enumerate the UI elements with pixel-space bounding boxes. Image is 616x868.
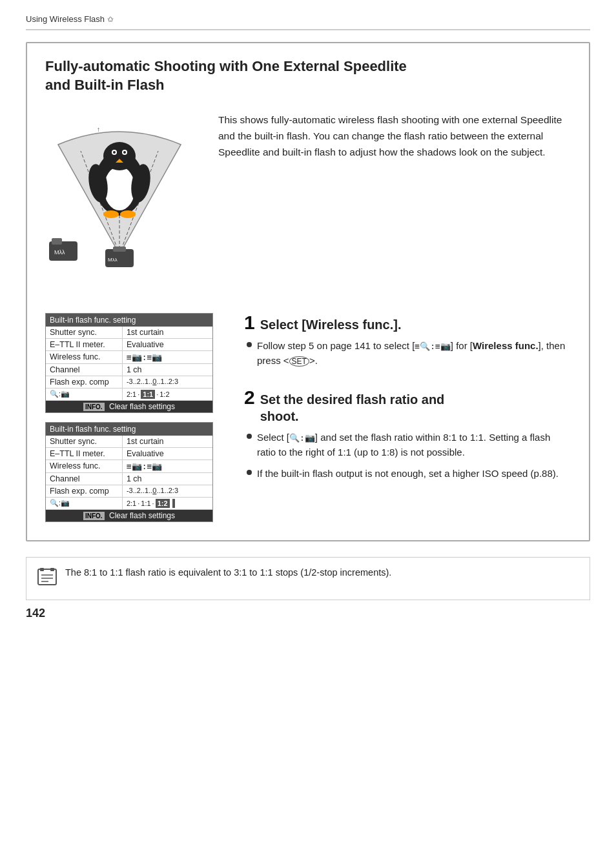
svg-text:↑: ↑	[97, 126, 100, 133]
table-row: E–TTL II meter. Evaluative	[46, 339, 212, 351]
table-cell-label: E–TTL II meter.	[46, 448, 122, 459]
steps-area: Built-in flash func. setting Shutter syn…	[45, 313, 571, 522]
note-icon-svg	[37, 567, 57, 587]
table-row: Channel 1 ch	[46, 473, 212, 485]
breadcrumb-text: Using Wireless Flash	[26, 14, 105, 24]
table-cell-label: Wireless func.	[46, 351, 122, 363]
table-row: Wireless func. ≡📷:≡📷	[46, 460, 212, 473]
diagram-area: Mλλ Mλλ ↑	[45, 106, 200, 295]
breadcrumb-area: Using Wireless Flash ✩	[26, 13, 590, 30]
table-row: Flash exp. comp -3..2..1..0..1..2:3	[46, 485, 212, 498]
svg-point-14	[120, 210, 136, 218]
table-cell-value: ≡📷:≡📷	[122, 351, 212, 363]
steps-screenshots: Built-in flash func. setting Shutter syn…	[45, 313, 226, 522]
flash-table-1-header: Built-in flash func. setting	[46, 314, 212, 327]
table-cell-value: Evaluative	[122, 448, 212, 459]
list-item: If the built-in flash output is not enou…	[247, 466, 571, 481]
table-cell-label: Channel	[46, 364, 122, 376]
info-badge: INFO.	[83, 512, 105, 520]
section-title: Fully-automatic Shooting with One Extern…	[45, 57, 571, 94]
intro-text: This shows fully-automatic wireless flas…	[218, 106, 571, 160]
table-row: 🔍:📷 2:1 · 1:1 · 1:2	[46, 389, 212, 401]
table-row: Wireless func. ≡📷:≡📷	[46, 351, 212, 364]
step-2-header: 2 Set the desired flash ratio andshoot.	[244, 388, 571, 425]
table-row: Shutter sync. 1st curtain	[46, 436, 212, 448]
info-badge: INFO.	[83, 403, 105, 411]
svg-point-9	[123, 151, 126, 154]
flash-table-1-footer: INFO. Clear flash settings	[46, 401, 212, 412]
table-cell-value: -3..2..1..0..1..2:3	[122, 376, 212, 388]
bullet-text: Select [🔍:📷] and set the flash ratio wit…	[257, 430, 571, 460]
bullet-dot	[247, 470, 252, 475]
table-cell-value: 1st curtain	[122, 327, 212, 338]
note-text: The 8:1 to 1:1 flash ratio is equivalent…	[65, 565, 391, 580]
table-cell-label: Flash exp. comp	[46, 376, 122, 388]
table-row: Channel 1 ch	[46, 364, 212, 376]
list-item: Select [🔍:📷] and set the flash ratio wit…	[247, 430, 571, 460]
table-cell-label: Shutter sync.	[46, 436, 122, 447]
svg-rect-16	[52, 238, 62, 245]
svg-rect-22	[38, 569, 56, 585]
bullet-dot	[247, 434, 252, 439]
svg-rect-24	[50, 568, 54, 571]
svg-rect-19	[113, 247, 126, 252]
star-icon: ✩	[107, 15, 114, 24]
step-2: 2 Set the desired flash ratio andshoot. …	[244, 388, 571, 481]
table-cell-label: Channel	[46, 473, 122, 485]
step-1: 1 Select [Wireless func.]. Follow step 5…	[244, 313, 571, 368]
list-item: Follow step 5 on page 141 to select [≡🔍:…	[247, 338, 571, 368]
bullet-text: Follow step 5 on page 141 to select [≡🔍:…	[257, 338, 571, 368]
flash-diagram-svg: Mλλ Mλλ ↑	[45, 106, 194, 293]
table-row: E–TTL II meter. Evaluative	[46, 448, 212, 460]
flash-table-2-header: Built-in flash func. setting	[46, 423, 212, 436]
note-icon	[37, 567, 57, 591]
table-cell-value: 2:1 · 1:1 · 1:2	[122, 389, 212, 400]
bullet-dot	[247, 342, 252, 347]
step-1-bullets: Follow step 5 on page 141 to select [≡🔍:…	[244, 338, 571, 368]
step-1-header: 1 Select [Wireless func.].	[244, 313, 571, 333]
bullet-text: If the built-in flash output is not enou…	[257, 466, 559, 481]
table-cell-value: 1st curtain	[122, 436, 212, 447]
flash-table-2: Built-in flash func. setting Shutter syn…	[45, 422, 213, 522]
step-2-title: Set the desired flash ratio andshoot.	[260, 391, 445, 425]
table-cell-label: E–TTL II meter.	[46, 339, 122, 350]
table-cell-value: 1 ch	[122, 473, 212, 485]
note-box: The 8:1 to 1:1 flash ratio is equivalent…	[26, 557, 590, 600]
table-cell-label: Wireless func.	[46, 460, 122, 472]
svg-text:Mλλ: Mλλ	[108, 257, 118, 263]
svg-point-5	[103, 142, 136, 170]
svg-point-4	[104, 167, 135, 210]
table-cell-label: Shutter sync.	[46, 327, 122, 338]
step-1-title: Select [Wireless func.].	[260, 316, 402, 333]
flash-table-1: Built-in flash func. setting Shutter syn…	[45, 313, 213, 413]
table-cell-label: 🔍:📷	[46, 498, 122, 509]
step-2-number: 2	[244, 388, 255, 407]
page-number: 142	[26, 607, 590, 620]
table-row: Shutter sync. 1st curtain	[46, 327, 212, 339]
svg-point-13	[103, 210, 119, 218]
table-row: Flash exp. comp -3..2..1..0..1..2:3	[46, 376, 212, 389]
table-cell-label: 🔍:📷	[46, 389, 122, 400]
main-section: Fully-automatic Shooting with One Extern…	[26, 42, 590, 541]
flash-table-2-footer: INFO. Clear flash settings	[46, 510, 212, 521]
steps-instructions: 1 Select [Wireless func.]. Follow step 5…	[226, 313, 571, 522]
table-row: 🔍:📷 2:1 · 1:1 · 1:2	[46, 498, 212, 510]
table-cell-value: 2:1 · 1:1 · 1:2	[122, 498, 212, 509]
intro-row: Mλλ Mλλ ↑ This shows fully-automatic wir…	[45, 106, 571, 295]
table-cell-label: Flash exp. comp	[46, 485, 122, 497]
table-cell-value: ≡📷:≡📷	[122, 460, 212, 472]
table-cell-value: Evaluative	[122, 339, 212, 350]
step-2-bullets: Select [🔍:📷] and set the flash ratio wit…	[244, 430, 571, 481]
step-1-number: 1	[244, 313, 255, 332]
table-cell-value: -3..2..1..0..1..2:3	[122, 485, 212, 497]
svg-rect-23	[40, 568, 44, 571]
svg-text:Mλλ: Mλλ	[54, 249, 65, 256]
table-cell-value: 1 ch	[122, 364, 212, 376]
svg-point-7	[113, 151, 116, 154]
